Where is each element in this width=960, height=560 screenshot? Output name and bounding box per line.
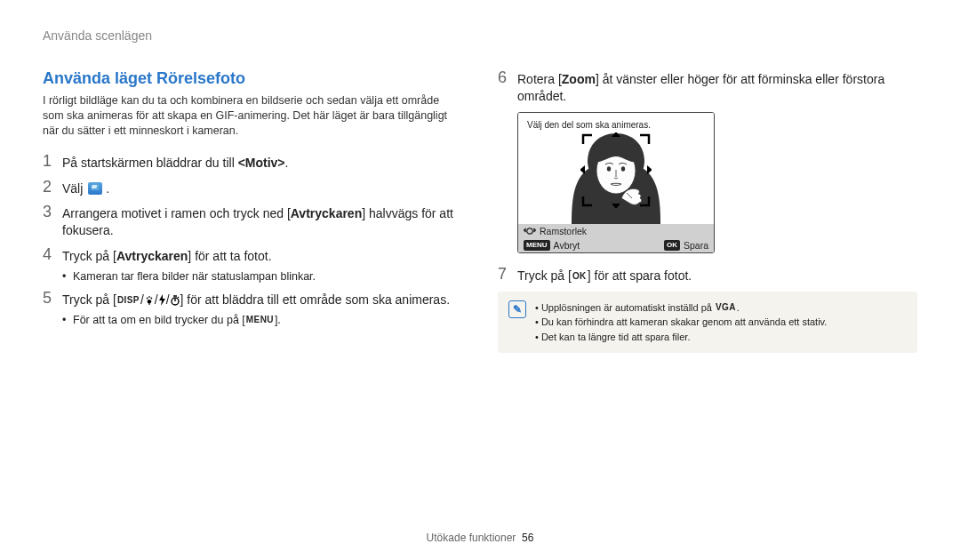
info-item: Det kan ta längre tid att spara filer. [535, 330, 827, 345]
step-5-note: • För att ta om en bild trycker du på [M… [62, 314, 462, 326]
step-body: Arrangera motivet i ramen och tryck ned … [62, 204, 462, 239]
camera-control-bar: Ramstorlek MENU Avbryt OK Spara [518, 224, 714, 252]
overlay-instruction: Välj den del som ska animeras. [527, 120, 651, 130]
macro-flower-icon [144, 295, 155, 306]
step-bold: Avtryckaren [291, 206, 362, 220]
info-item: Upplösningen är automatiskt inställd på … [535, 300, 827, 316]
save-label: Spara [684, 240, 708, 251]
flash-bolt-icon [158, 294, 166, 306]
manual-page: Använda scenlägen Använda läget Rörelsef… [0, 0, 960, 560]
step-4: 4 Tryck på [Avtryckaren] för att ta foto… [43, 246, 462, 265]
menu-button-icon: MENU [245, 315, 275, 324]
cancel-label: Avbryt [554, 240, 580, 251]
menu-badge: MENU [524, 240, 550, 251]
note-text: För att ta om en bild trycker du på [MEN… [73, 314, 281, 326]
note-text: Kameran tar flera bilder när statuslampa… [73, 270, 316, 283]
info-icon: ✎ [508, 300, 526, 318]
selection-frame [580, 132, 652, 208]
two-column-layout: Använda läget Rörelsefoto I rörligt bild… [43, 69, 917, 353]
camera-screenshot: Välj den del som ska animeras. [517, 112, 715, 253]
bullet-dot: • [62, 270, 73, 283]
step-text: Tryck på [ [62, 292, 116, 307]
step-body: På startskärmen bläddrar du till <Motiv>… [62, 153, 462, 172]
step-text: Välj [62, 181, 86, 196]
zoom-lever-icon [524, 227, 536, 236]
step-body: Rotera [Zoom] åt vänster eller höger för… [517, 69, 917, 105]
control-row-actions: MENU Avbryt OK Spara [518, 238, 714, 252]
step-text: ] för att spara fotot. [588, 268, 692, 283]
left-column: Använda läget Rörelsefoto I rörligt bild… [43, 69, 462, 353]
ok-button-icon: OK [572, 270, 588, 283]
footer-label: Utökade funktioner [427, 532, 516, 544]
step-text: ] för att bläddra till ett område som sk… [180, 292, 450, 307]
step-4-note: • Kameran tar flera bilder när statuslam… [62, 270, 462, 283]
step-number: 6 [498, 69, 517, 105]
step-body: Tryck på [OK] för att spara fotot. [517, 266, 917, 284]
step-text: . [106, 181, 109, 196]
note-segment: För att ta om en bild trycker du på [ [73, 314, 245, 326]
vga-badge: VGA [715, 300, 737, 314]
step-text: Rotera [ [517, 72, 562, 86]
step-text: Tryck på [ [62, 249, 116, 263]
step-bold: <Motiv> [238, 156, 285, 170]
step-body: Tryck på [DISP///] för att bläddra till … [62, 290, 462, 308]
info-list: Upplösningen är automatiskt inställd på … [535, 300, 827, 345]
intro-paragraph: I rörligt bildläge kan du ta och kombine… [43, 93, 462, 139]
info-item: Du kan förhindra att kameran skakar geno… [535, 315, 827, 330]
page-number: 56 [522, 532, 533, 544]
step-1: 1 På startskärmen bläddrar du till <Moti… [43, 153, 462, 172]
bullet-dot: • [62, 314, 73, 326]
step-bold: Avtryckaren [116, 249, 188, 263]
disp-button-icon: DISP [116, 294, 140, 307]
ok-badge: OK [664, 240, 680, 251]
step-text: På startskärmen bläddrar du till [62, 156, 238, 170]
step-7: 7 Tryck på [OK] för att spara fotot. [498, 266, 917, 284]
info-note-box: ✎ Upplösningen är automatiskt inställd p… [498, 292, 917, 354]
step-number: 3 [43, 204, 62, 239]
self-timer-icon [170, 295, 180, 306]
step-bold: Zoom [562, 72, 596, 86]
step-number: 7 [498, 266, 517, 284]
step-body: Tryck på [Avtryckaren] för att ta fotot. [62, 246, 462, 265]
step-3: 3 Arrangera motivet i ramen och tryck ne… [43, 204, 462, 239]
step-6: 6 Rotera [Zoom] åt vänster eller höger f… [498, 69, 917, 105]
motion-mode-icon [88, 182, 102, 195]
right-column: 6 Rotera [Zoom] åt vänster eller höger f… [498, 69, 917, 353]
step-number: 5 [43, 290, 62, 308]
step-body: Välj . [62, 179, 462, 197]
camera-preview: Välj den del som ska animeras. [518, 113, 714, 224]
info-text: Upplösningen är automatiskt inställd på [541, 302, 715, 313]
note-segment: ]. [275, 314, 281, 326]
svg-point-4 [527, 228, 532, 234]
step-text: Tryck på [ [517, 268, 572, 283]
step-text: Arrangera motivet i ramen och tryck ned … [62, 206, 291, 220]
page-footer: Utökade funktioner 56 [0, 532, 960, 544]
step-number: 4 [43, 246, 62, 265]
step-number: 1 [43, 153, 62, 172]
zoom-label: Ramstorlek [540, 226, 587, 236]
running-head: Använda scenlägen [43, 28, 917, 43]
step-number: 2 [43, 179, 62, 197]
info-text: . [737, 302, 740, 313]
step-text: ] för att ta fotot. [188, 249, 271, 263]
step-text: . [285, 156, 289, 170]
section-title: Använda läget Rörelsefoto [43, 69, 462, 88]
step-5: 5 Tryck på [DISP///] för att bläddra til… [43, 290, 462, 308]
control-row-zoom: Ramstorlek [518, 224, 714, 238]
step-2: 2 Välj . [43, 179, 462, 197]
